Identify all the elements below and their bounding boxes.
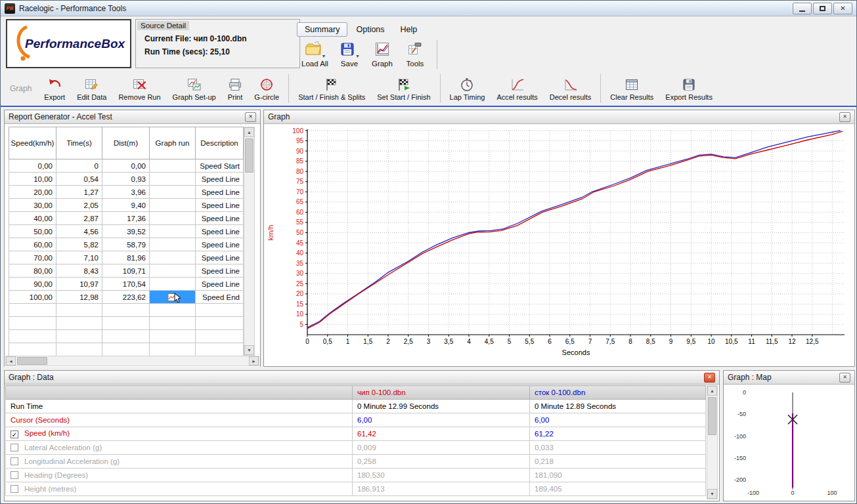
report-cell[interactable]: 50,00	[9, 225, 56, 238]
report-cell[interactable]: 39,52	[102, 225, 150, 238]
toolbar-button-clear-results[interactable]: Clear Results	[604, 75, 659, 102]
report-cell-empty[interactable]	[9, 330, 56, 343]
report-cell[interactable]: 1,27	[56, 186, 102, 199]
report-cell[interactable]: 10,97	[56, 278, 102, 291]
report-cell-empty[interactable]	[102, 317, 150, 330]
report-column-header[interactable]: Time(s)	[56, 127, 102, 159]
toolbar-button-edit-data[interactable]: Edit Data	[71, 75, 112, 102]
report-cell[interactable]	[150, 199, 196, 212]
minimize-button[interactable]	[793, 3, 812, 14]
report-cell[interactable]	[150, 159, 196, 173]
report-cell[interactable]: 7,10	[56, 251, 102, 264]
report-cell[interactable]: 100,00	[9, 291, 56, 304]
report-cell[interactable]: 0,54	[56, 173, 102, 186]
report-cell[interactable]	[150, 186, 196, 199]
report-vertical-scrollbar[interactable]: ▲ ▼	[244, 127, 255, 356]
scrollbar-thumb[interactable]	[17, 357, 47, 365]
report-cell[interactable]: 90,00	[9, 278, 56, 291]
toolbar-button-graph-set-up[interactable]: Graph Set-up	[167, 75, 222, 102]
scroll-right-icon[interactable]: ►	[249, 356, 259, 366]
report-cell[interactable]	[150, 238, 196, 251]
scroll-down-icon[interactable]: ▼	[707, 489, 717, 499]
data-panel-titlebar[interactable]: Graph : Data ✕	[5, 371, 719, 385]
toolbar-button-g-circle[interactable]: G-circle	[248, 75, 285, 102]
toolbar-button-save[interactable]: ▾Save	[333, 41, 366, 69]
report-cell-empty[interactable]	[56, 330, 102, 343]
channel-checkbox[interactable]: ✓	[11, 430, 18, 438]
report-cell-empty[interactable]	[196, 343, 244, 356]
scroll-left-icon[interactable]: ◄	[6, 356, 16, 366]
report-cell[interactable]: Speed Line	[196, 225, 244, 238]
toolbar-button-remove-run[interactable]: Remove Run	[112, 75, 166, 102]
report-cell[interactable]	[150, 212, 196, 225]
report-cell[interactable]: 20,00	[9, 186, 56, 199]
menu-item-summary[interactable]: Summary	[297, 22, 347, 37]
report-cell[interactable]: Speed Line	[196, 199, 244, 212]
scroll-down-icon[interactable]: ▼	[244, 345, 254, 355]
toolbar-button-export-results[interactable]: Export Results	[659, 75, 718, 102]
graph-panel-close-icon[interactable]: ✕	[839, 112, 850, 122]
report-cell-empty[interactable]	[9, 304, 56, 317]
report-cell[interactable]	[150, 251, 196, 264]
dropdown-caret-icon[interactable]: ▾	[322, 53, 325, 59]
report-cell[interactable]: Speed Line	[196, 238, 244, 251]
report-cell[interactable]: Speed Line	[196, 173, 244, 186]
channel-checkbox[interactable]	[11, 444, 18, 452]
report-cell[interactable]	[150, 225, 196, 238]
data-panel-close-icon[interactable]: ✕	[704, 373, 715, 383]
report-cell[interactable]: 10,00	[9, 173, 56, 186]
report-cell[interactable]: 3,96	[102, 186, 150, 199]
toolbar-button-set-start-finish[interactable]: Set Start / Finish	[371, 75, 436, 102]
report-cell[interactable]: Speed Start	[196, 159, 244, 173]
report-cell[interactable]: 17,36	[102, 212, 150, 225]
report-cell[interactable]: 30,00	[9, 199, 56, 212]
data-column-header[interactable]: чип 0-100.dbn	[353, 386, 530, 400]
report-cell[interactable]: Speed End	[196, 291, 244, 304]
map-panel-titlebar[interactable]: Graph : Map ✕	[724, 371, 854, 385]
scrollbar-thumb[interactable]	[245, 138, 253, 173]
report-cell[interactable]: 9,40	[102, 199, 150, 212]
report-cell[interactable]: 40,00	[9, 212, 56, 225]
menu-item-options[interactable]: Options	[349, 23, 391, 36]
channel-checkbox[interactable]	[11, 485, 18, 493]
channel-checkbox[interactable]	[11, 457, 18, 465]
report-cell[interactable]: 0,00	[9, 159, 56, 173]
report-horizontal-scrollbar[interactable]: ◄ ►	[5, 356, 259, 366]
report-column-header[interactable]: Dist(m)	[102, 127, 150, 159]
report-column-header[interactable]: Speed(km/h)	[9, 127, 56, 159]
toolbar-button-export[interactable]: Export	[38, 75, 71, 102]
report-cell-empty[interactable]	[9, 343, 56, 356]
report-cell[interactable]: 5,82	[56, 238, 102, 251]
graph-run-selected-cell[interactable]	[150, 291, 196, 304]
report-cell-empty[interactable]	[196, 330, 244, 343]
report-cell[interactable]: 2,87	[56, 212, 102, 225]
report-cell-empty[interactable]	[150, 330, 196, 343]
report-cell[interactable]: 80,00	[9, 264, 56, 278]
report-cell[interactable]: 8,43	[56, 264, 102, 278]
report-cell[interactable]: Speed Line	[196, 212, 244, 225]
report-cell[interactable]	[150, 173, 196, 186]
report-cell-empty[interactable]	[150, 304, 196, 317]
toolbar-button-lap-timing[interactable]: Lap Timing	[444, 75, 491, 102]
report-cell[interactable]: 60,00	[9, 238, 56, 251]
report-cell-empty[interactable]	[102, 304, 150, 317]
scroll-up-icon[interactable]: ▲	[707, 386, 717, 396]
data-column-header[interactable]: сток 0-100.dbn	[530, 386, 706, 400]
report-cell[interactable]: Speed Line	[196, 251, 244, 264]
report-column-header[interactable]: Description	[196, 127, 244, 159]
report-cell-empty[interactable]	[196, 304, 244, 317]
report-panel-close-icon[interactable]: ✕	[245, 112, 256, 122]
map-panel-close-icon[interactable]: ✕	[839, 373, 850, 383]
toolbar-button-print[interactable]: Print	[222, 75, 249, 102]
dropdown-caret-icon[interactable]: ▾	[356, 53, 359, 59]
report-cell[interactable]: 223,62	[102, 291, 150, 304]
report-cell[interactable]: 109,71	[102, 264, 150, 278]
report-cell[interactable]: Speed Line	[196, 278, 244, 291]
menu-item-help[interactable]: Help	[393, 23, 425, 36]
report-cell[interactable]	[150, 278, 196, 291]
report-cell-empty[interactable]	[56, 304, 102, 317]
title-bar[interactable]: PB Racelogic - Performance Tools ✕	[1, 1, 856, 16]
report-cell[interactable]: Speed Line	[196, 264, 244, 278]
data-vertical-scrollbar[interactable]: ▲ ▼	[707, 385, 718, 499]
report-cell[interactable]: 81,96	[102, 251, 150, 264]
